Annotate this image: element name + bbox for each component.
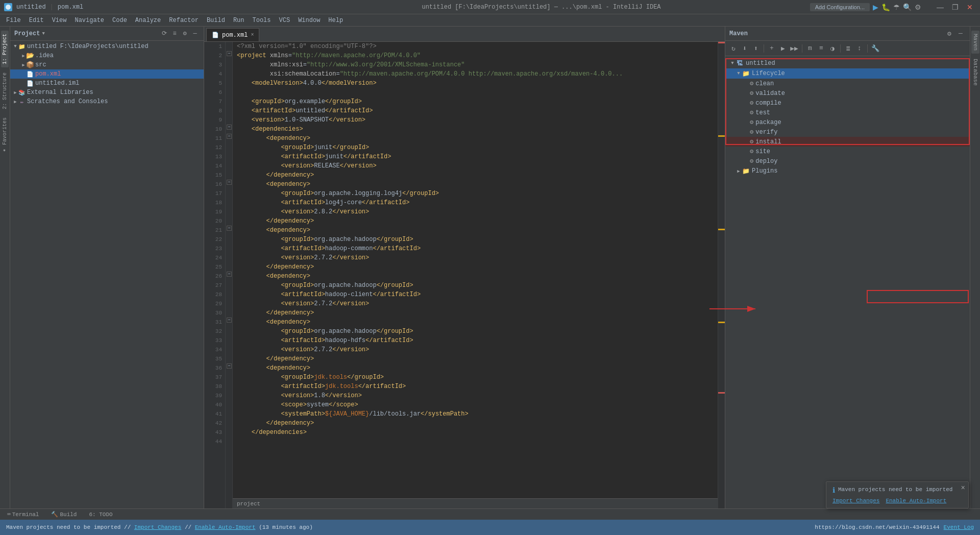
code-area[interactable]: <?xml version="1.0" encoding="UTF-8"?> <…: [233, 42, 718, 508]
menu-vcs[interactable]: VCS: [275, 15, 295, 26]
maven-add-button[interactable]: +: [767, 43, 777, 54]
maven-item-plugins[interactable]: ▶ 📁 Plugins: [725, 166, 970, 176]
settings-button[interactable]: ⚙: [915, 3, 921, 11]
menu-navigate[interactable]: Navigate: [70, 15, 108, 26]
maven-download-button[interactable]: ⬆: [751, 43, 761, 54]
bottom-tab-terminal[interactable]: ⌨ Terminal: [4, 510, 42, 519]
maven-item-clean[interactable]: ⚙ clean: [725, 79, 970, 88]
maven-close-button[interactable]: —: [955, 29, 966, 39]
fold-marker-16[interactable]: −: [227, 180, 232, 185]
line-num-24: 24: [204, 253, 222, 262]
menu-help[interactable]: Help: [324, 15, 347, 26]
menu-run[interactable]: Run: [229, 15, 249, 26]
debug-button[interactable]: 🐛: [881, 3, 890, 11]
menu-refactor[interactable]: Refactor: [165, 15, 203, 26]
code-line-36: <dependency>: [237, 363, 718, 373]
window-minimize-button[interactable]: —: [934, 2, 947, 12]
menu-edit[interactable]: Edit: [25, 15, 48, 26]
run-button[interactable]: ▶: [873, 3, 878, 11]
maven-item-verify[interactable]: ⚙ verify: [725, 127, 970, 137]
maven-settings-button[interactable]: ⚙: [944, 29, 954, 39]
code-line-29: <version>2.7.2</version>: [237, 299, 718, 308]
line-num-22: 22: [204, 235, 222, 244]
tree-item-ext-libs[interactable]: ▶ 📚 External Libraries: [10, 88, 204, 97]
maven-import-button[interactable]: ⬇: [740, 43, 750, 54]
maven-label-plugins: Plugins: [752, 167, 777, 175]
import-changes-popup-link[interactable]: Import Changes: [832, 498, 879, 504]
tree-item-idea[interactable]: ▶ 📂 .idea: [10, 51, 204, 60]
maven-item-deploy[interactable]: ⚙ deploy: [725, 156, 970, 166]
maven-profiles-button[interactable]: ◑: [827, 43, 838, 54]
tab-close-pom-xml[interactable]: ×: [251, 32, 254, 38]
code-line-26: <dependency>: [237, 272, 718, 281]
maven-diagram-button[interactable]: ≡: [816, 43, 826, 54]
panel-label-favorites[interactable]: ★ Favorites: [1, 114, 9, 157]
maven-item-test[interactable]: ⚙ test: [725, 108, 970, 117]
maven-panel: Maven ⚙ — ↻ ⬇ ⬆ + ▶ ▶▶ m ≡ ◑ ≣ ↕: [725, 27, 970, 508]
menu-build[interactable]: Build: [203, 15, 229, 26]
project-close-button[interactable]: —: [190, 29, 200, 38]
menu-bar: File Edit View Navigate Code Analyze Ref…: [0, 14, 980, 27]
tree-item-pom-xml[interactable]: ▶ 📄 pom.xml: [10, 69, 204, 79]
line-num-15: 15: [204, 171, 222, 180]
code-line-6: [237, 88, 718, 97]
project-sync-button[interactable]: ⟳: [160, 29, 169, 38]
fold-marker-26[interactable]: −: [227, 272, 232, 277]
bottom-file-tab: project: [233, 498, 718, 508]
line-numbers: 1 2 3 4 5 6 7 8 9 10 11 12 13 14 15 16 1: [204, 42, 226, 508]
maven-run-button[interactable]: ▶: [778, 43, 788, 54]
maven-item-untitled[interactable]: ▼ 🏗 untitled: [725, 58, 970, 68]
maven-toggle-offline-button[interactable]: ↕: [854, 43, 865, 54]
code-line-23: <artifactId>hadoop-common</artifactId>: [237, 244, 718, 253]
fold-marker-10[interactable]: −: [227, 125, 232, 130]
maven-item-lifecycle[interactable]: ▼ 📁 Lifecycle: [725, 68, 970, 79]
tree-item-iml[interactable]: ▶ 📄 untitled.iml: [10, 79, 204, 88]
maven-item-validate[interactable]: ⚙ validate: [725, 88, 970, 98]
right-edge-database[interactable]: Database: [971, 56, 979, 89]
add-configuration-button[interactable]: Add Configuration...: [810, 3, 870, 11]
enable-auto-import-link[interactable]: Enable Auto-Import: [195, 524, 256, 530]
tree-item-scratches[interactable]: ▶ ✏ Scratches and Consoles: [10, 97, 204, 106]
maven-item-package[interactable]: ⚙ package: [725, 117, 970, 127]
right-edge-maven[interactable]: Maven: [971, 31, 979, 54]
bottom-tab-todo[interactable]: 6: TODO: [86, 510, 115, 519]
panel-label-project[interactable]: 1: Project: [1, 31, 9, 67]
project-collapse-button[interactable]: ≡: [170, 29, 179, 38]
menu-code[interactable]: Code: [108, 15, 131, 26]
notification-close-button[interactable]: ×: [961, 484, 965, 492]
maven-collapse-button[interactable]: ≣: [843, 43, 853, 54]
maven-open-button[interactable]: m: [805, 43, 815, 54]
fold-marker-36[interactable]: −: [227, 363, 232, 369]
project-settings-button[interactable]: ⚙: [180, 29, 189, 38]
maven-item-compile[interactable]: ⚙ compile: [725, 98, 970, 108]
coverage-button[interactable]: ☂: [893, 3, 900, 11]
menu-file[interactable]: File: [2, 15, 25, 26]
code-line-5: <modelVersion>4.0.0</modelVersion>: [237, 79, 718, 88]
maven-refresh-button[interactable]: ↻: [728, 43, 739, 54]
menu-tools[interactable]: Tools: [249, 15, 275, 26]
event-log-link[interactable]: Event Log: [944, 524, 974, 530]
fold-marker-11[interactable]: −: [227, 134, 232, 139]
enable-auto-import-popup-link[interactable]: Enable Auto-Import: [886, 498, 946, 504]
maven-arrow-plugins: ▶: [736, 168, 742, 174]
tree-item-untitled[interactable]: ▼ 📁 untitled F:\IdeaProjects\untitled: [10, 42, 204, 51]
maven-item-site[interactable]: ⚙ site: [725, 147, 970, 156]
fold-marker-21[interactable]: −: [227, 226, 232, 231]
maven-item-install[interactable]: ⚙ install: [725, 137, 970, 147]
window-close-button[interactable]: ✕: [964, 2, 976, 12]
menu-window[interactable]: Window: [294, 15, 324, 26]
editor-tab-pom-xml[interactable]: 📄 pom.xml ×: [206, 28, 259, 41]
menu-analyze[interactable]: Analyze: [131, 15, 165, 26]
panel-label-structure[interactable]: 2: Structure: [1, 69, 9, 112]
maven-skip-tests-button[interactable]: 🔧: [870, 43, 880, 54]
tree-item-src[interactable]: ▶ 📦 src: [10, 60, 204, 69]
maven-run-lifecycle-button[interactable]: ▶▶: [789, 43, 799, 54]
import-changes-link[interactable]: Import Changes: [134, 524, 181, 530]
menu-view[interactable]: View: [48, 15, 71, 26]
search-everywhere-button[interactable]: 🔍: [903, 3, 912, 11]
fold-marker-31[interactable]: −: [227, 318, 232, 323]
bottom-tab-build[interactable]: 🔨 Build: [48, 510, 80, 519]
warn-mark-1: [718, 135, 725, 137]
fold-marker-2[interactable]: −: [227, 51, 232, 56]
window-maximize-button[interactable]: ❐: [949, 2, 962, 12]
